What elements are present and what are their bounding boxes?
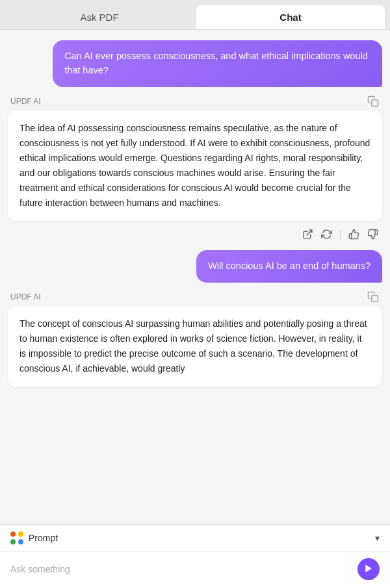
svg-rect-0 [372,99,378,106]
chat-area: Can AI ever possess consciousness, and w… [0,30,390,524]
ai-actions-1 [8,224,382,242]
tab-chat[interactable]: Chat [196,5,385,29]
input-row [0,552,390,588]
ai-sender-1: UPDF AI [10,97,41,106]
refresh-icon[interactable] [321,229,332,240]
bottom-bar: Prompt ▾ [0,524,390,588]
dot-yellow [18,531,23,537]
dot-green [10,539,16,544]
prompt-label: Prompt [29,533,58,543]
prompt-dots [10,531,23,544]
ai-label-row-2: UPDF AI [8,290,382,303]
copy-button-1[interactable] [367,95,380,108]
ai-message-1-text: The idea of AI possessing consciousness … [20,123,370,208]
ai-message-2-text: The concept of conscious AI surpassing h… [20,318,367,374]
thumbs-down-icon[interactable] [367,229,378,240]
user-message-1: Can AI ever possess consciousness, and w… [53,40,382,87]
ai-response-2: UPDF AI The concept of conscious AI surp… [8,290,382,387]
user-message-2: Will concious AI be an end of humans? [196,250,382,283]
copy-button-2[interactable] [367,290,380,303]
tab-ask-pdf[interactable]: Ask PDF [5,5,194,29]
chevron-down-icon[interactable]: ▾ [375,533,380,543]
external-link-icon[interactable] [302,229,313,240]
send-icon [363,563,374,576]
tab-bar: Ask PDF Chat [0,0,390,30]
prompt-left: Prompt [10,531,58,544]
prompt-row[interactable]: Prompt ▾ [0,525,390,552]
user-message-2-text: Will concious AI be an end of humans? [208,261,370,271]
svg-line-1 [307,230,312,235]
user-message-1-text: Can AI ever possess consciousness, and w… [64,51,368,75]
svg-marker-3 [365,565,371,572]
ask-input[interactable] [10,564,351,574]
dot-red [10,531,16,537]
ai-bubble-2: The concept of conscious AI surpassing h… [8,306,382,387]
ai-bubble-1: The idea of AI possessing consciousness … [8,110,382,222]
ai-sender-2: UPDF AI [10,292,41,301]
ai-label-row-1: UPDF AI [8,95,382,108]
send-button[interactable] [358,558,380,580]
svg-rect-2 [372,296,378,302]
dot-blue [18,539,23,544]
ai-response-1: UPDF AI The idea of AI possessing consci… [8,95,382,243]
thumbs-up-icon[interactable] [348,229,359,240]
action-divider [340,229,341,240]
